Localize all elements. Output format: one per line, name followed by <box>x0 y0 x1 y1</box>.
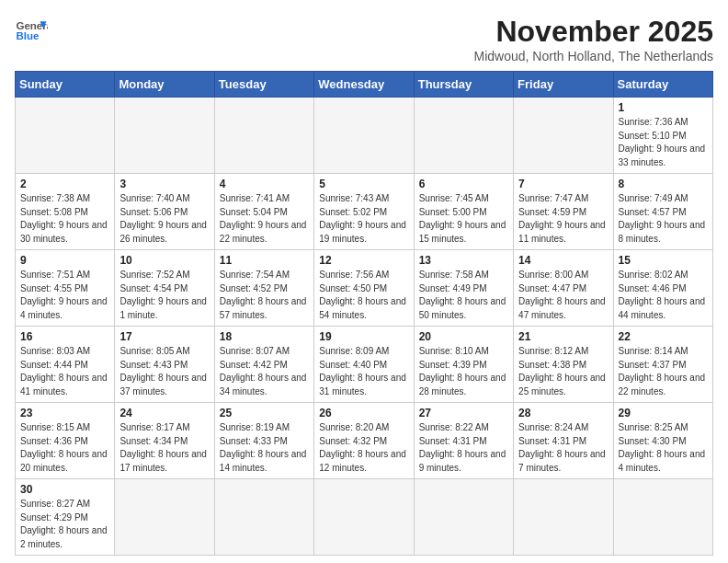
weekday-header-sunday: Sunday <box>16 72 115 98</box>
calendar-cell: 4Sunrise: 7:41 AM Sunset: 5:04 PM Daylig… <box>214 174 313 250</box>
day-info: Sunrise: 8:24 AM Sunset: 4:31 PM Dayligh… <box>518 421 608 475</box>
calendar-cell: 8Sunrise: 7:49 AM Sunset: 4:57 PM Daylig… <box>613 174 712 250</box>
day-number: 19 <box>319 330 408 343</box>
day-number: 15 <box>619 254 708 267</box>
calendar-cell <box>414 98 513 174</box>
calendar-cell: 19Sunrise: 8:09 AM Sunset: 4:40 PM Dayli… <box>314 327 414 403</box>
calendar-cell: 10Sunrise: 7:52 AM Sunset: 4:54 PM Dayli… <box>115 250 214 327</box>
weekday-header-row: SundayMondayTuesdayWednesdayThursdayFrid… <box>16 72 713 98</box>
calendar-cell: 12Sunrise: 7:56 AM Sunset: 4:50 PM Dayli… <box>314 250 414 327</box>
day-info: Sunrise: 7:52 AM Sunset: 4:54 PM Dayligh… <box>119 269 209 322</box>
weekday-header-thursday: Thursday <box>414 72 513 98</box>
day-info: Sunrise: 7:41 AM Sunset: 5:04 PM Dayligh… <box>220 192 309 246</box>
day-number: 12 <box>319 254 408 267</box>
day-info: Sunrise: 8:12 AM Sunset: 4:38 PM Dayligh… <box>518 345 608 398</box>
day-info: Sunrise: 8:20 AM Sunset: 4:32 PM Dayligh… <box>319 421 408 475</box>
day-number: 24 <box>119 407 209 419</box>
day-number: 1 <box>619 101 708 114</box>
calendar-cell <box>314 479 414 556</box>
calendar-cell: 9Sunrise: 7:51 AM Sunset: 4:55 PM Daylig… <box>16 250 115 327</box>
calendar-cell <box>613 479 712 556</box>
day-number: 9 <box>20 254 109 267</box>
day-number: 22 <box>619 330 708 343</box>
day-info: Sunrise: 7:45 AM Sunset: 5:00 PM Dayligh… <box>419 192 508 246</box>
calendar-cell: 28Sunrise: 8:24 AM Sunset: 4:31 PM Dayli… <box>514 403 613 479</box>
day-info: Sunrise: 7:58 AM Sunset: 4:49 PM Dayligh… <box>419 269 508 322</box>
day-info: Sunrise: 8:27 AM Sunset: 4:29 PM Dayligh… <box>20 498 109 551</box>
calendar-cell: 14Sunrise: 8:00 AM Sunset: 4:47 PM Dayli… <box>514 250 613 327</box>
day-number: 3 <box>119 178 209 190</box>
day-info: Sunrise: 8:05 AM Sunset: 4:43 PM Dayligh… <box>119 345 209 398</box>
day-info: Sunrise: 7:40 AM Sunset: 5:06 PM Dayligh… <box>119 192 209 246</box>
day-number: 13 <box>419 254 508 267</box>
title-area: November 2025 Midwoud, North Holland, Th… <box>474 15 713 63</box>
calendar-cell: 6Sunrise: 7:45 AM Sunset: 5:00 PM Daylig… <box>414 174 513 250</box>
logo: General Blue <box>15 15 48 48</box>
calendar-table: SundayMondayTuesdayWednesdayThursdayFrid… <box>15 71 713 556</box>
day-number: 6 <box>419 178 508 190</box>
day-number: 4 <box>220 178 309 190</box>
calendar-cell: 29Sunrise: 8:25 AM Sunset: 4:30 PM Dayli… <box>613 403 712 479</box>
calendar-cell: 24Sunrise: 8:17 AM Sunset: 4:34 PM Dayli… <box>115 403 214 479</box>
weekday-header-monday: Monday <box>115 72 214 98</box>
calendar-cell: 21Sunrise: 8:12 AM Sunset: 4:38 PM Dayli… <box>514 327 613 403</box>
day-info: Sunrise: 7:47 AM Sunset: 4:59 PM Dayligh… <box>518 192 608 246</box>
day-number: 5 <box>319 178 408 190</box>
svg-text:Blue: Blue <box>16 30 40 41</box>
day-number: 21 <box>518 330 608 343</box>
location-subtitle: Midwoud, North Holland, The Netherlands <box>474 49 713 63</box>
day-number: 23 <box>20 407 109 419</box>
calendar-cell: 5Sunrise: 7:43 AM Sunset: 5:02 PM Daylig… <box>314 174 414 250</box>
day-info: Sunrise: 7:56 AM Sunset: 4:50 PM Dayligh… <box>319 269 408 322</box>
calendar-cell: 11Sunrise: 7:54 AM Sunset: 4:52 PM Dayli… <box>214 250 313 327</box>
day-info: Sunrise: 8:25 AM Sunset: 4:30 PM Dayligh… <box>619 421 708 475</box>
calendar-cell <box>314 98 414 174</box>
day-number: 2 <box>20 178 109 190</box>
day-info: Sunrise: 7:36 AM Sunset: 5:10 PM Dayligh… <box>619 116 708 169</box>
day-info: Sunrise: 8:03 AM Sunset: 4:44 PM Dayligh… <box>20 345 109 398</box>
day-number: 7 <box>518 178 608 190</box>
calendar-cell: 27Sunrise: 8:22 AM Sunset: 4:31 PM Dayli… <box>414 403 513 479</box>
calendar-cell <box>16 98 115 174</box>
day-number: 29 <box>619 407 708 419</box>
calendar-cell: 22Sunrise: 8:14 AM Sunset: 4:37 PM Dayli… <box>613 327 712 403</box>
calendar-cell: 26Sunrise: 8:20 AM Sunset: 4:32 PM Dayli… <box>314 403 414 479</box>
calendar-cell <box>214 98 313 174</box>
day-number: 16 <box>20 330 109 343</box>
week-row-5: 23Sunrise: 8:15 AM Sunset: 4:36 PM Dayli… <box>16 403 713 479</box>
calendar-cell <box>414 479 513 556</box>
day-info: Sunrise: 8:09 AM Sunset: 4:40 PM Dayligh… <box>319 345 408 398</box>
calendar-cell: 20Sunrise: 8:10 AM Sunset: 4:39 PM Dayli… <box>414 327 513 403</box>
calendar-cell <box>514 98 613 174</box>
day-info: Sunrise: 8:02 AM Sunset: 4:46 PM Dayligh… <box>619 269 708 322</box>
day-info: Sunrise: 7:43 AM Sunset: 5:02 PM Dayligh… <box>319 192 408 246</box>
week-row-6: 30Sunrise: 8:27 AM Sunset: 4:29 PM Dayli… <box>16 479 713 556</box>
page-header: General Blue November 2025 Midwoud, Nort… <box>15 15 713 63</box>
day-info: Sunrise: 8:07 AM Sunset: 4:42 PM Dayligh… <box>220 345 309 398</box>
day-number: 26 <box>319 407 408 419</box>
calendar-cell <box>115 98 214 174</box>
day-number: 8 <box>619 178 708 190</box>
calendar-cell: 3Sunrise: 7:40 AM Sunset: 5:06 PM Daylig… <box>115 174 214 250</box>
week-row-2: 2Sunrise: 7:38 AM Sunset: 5:08 PM Daylig… <box>16 174 713 250</box>
weekday-header-tuesday: Tuesday <box>214 72 313 98</box>
day-info: Sunrise: 8:00 AM Sunset: 4:47 PM Dayligh… <box>518 269 608 322</box>
day-number: 17 <box>119 330 209 343</box>
day-number: 11 <box>220 254 309 267</box>
week-row-4: 16Sunrise: 8:03 AM Sunset: 4:44 PM Dayli… <box>16 327 713 403</box>
calendar-cell: 15Sunrise: 8:02 AM Sunset: 4:46 PM Dayli… <box>613 250 712 327</box>
calendar-cell: 30Sunrise: 8:27 AM Sunset: 4:29 PM Dayli… <box>16 479 115 556</box>
day-info: Sunrise: 7:51 AM Sunset: 4:55 PM Dayligh… <box>20 269 109 322</box>
calendar-cell: 7Sunrise: 7:47 AM Sunset: 4:59 PM Daylig… <box>514 174 613 250</box>
day-number: 18 <box>220 330 309 343</box>
day-info: Sunrise: 8:22 AM Sunset: 4:31 PM Dayligh… <box>419 421 508 475</box>
weekday-header-wednesday: Wednesday <box>314 72 414 98</box>
calendar-cell <box>115 479 214 556</box>
day-number: 10 <box>119 254 209 267</box>
day-number: 27 <box>419 407 508 419</box>
day-info: Sunrise: 7:49 AM Sunset: 4:57 PM Dayligh… <box>619 192 708 246</box>
calendar-cell: 13Sunrise: 7:58 AM Sunset: 4:49 PM Dayli… <box>414 250 513 327</box>
logo-icon: General Blue <box>15 15 48 48</box>
month-title: November 2025 <box>474 15 713 49</box>
day-number: 20 <box>419 330 508 343</box>
